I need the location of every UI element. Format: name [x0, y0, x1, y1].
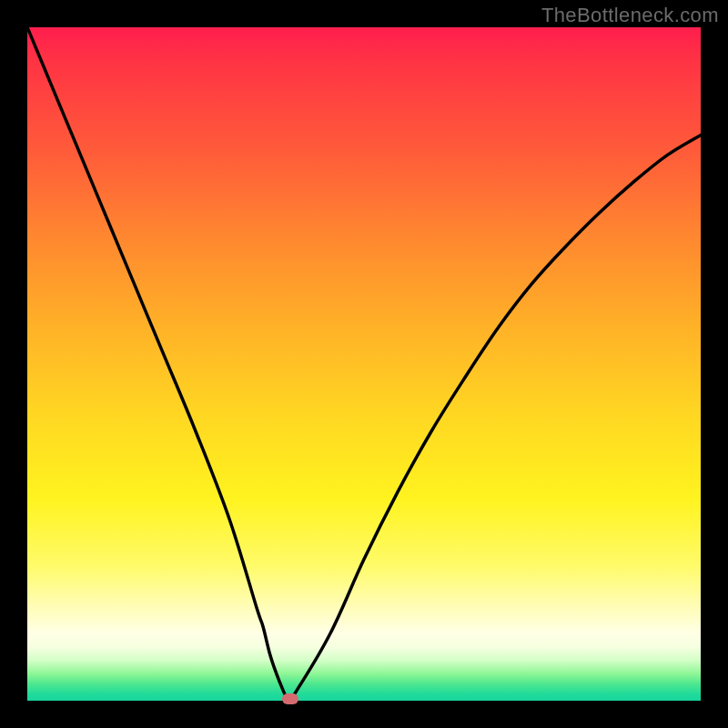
curve-line: [27, 27, 701, 701]
attribution-label: TheBottleneck.com: [541, 4, 719, 27]
chart-frame: TheBottleneck.com: [0, 0, 728, 728]
plot-area: [27, 27, 701, 701]
optimal-point-marker: [282, 693, 298, 704]
